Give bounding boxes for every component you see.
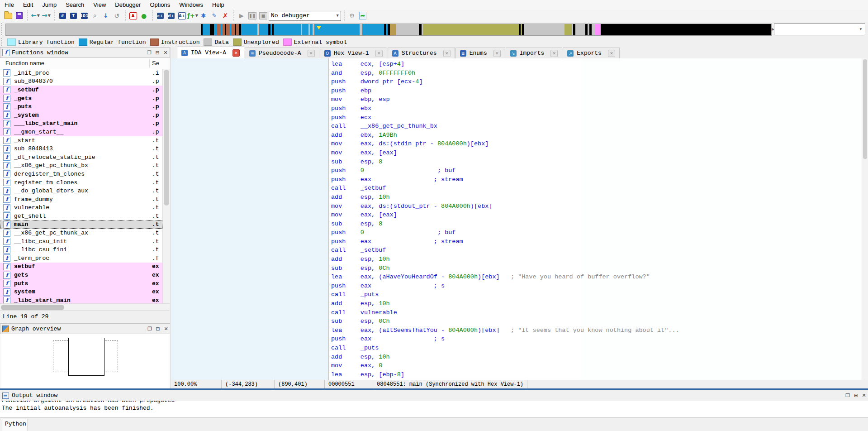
disassembly-line[interactable]: pusheax ; stream — [331, 175, 679, 184]
function-row-start[interactable]: f_start.t — [0, 136, 162, 145]
disassembly-line[interactable]: push0 ; buf — [331, 228, 679, 237]
function-row-deregister-tm-clones[interactable]: fderegister_tm_clones.t — [0, 170, 162, 178]
jump-target-combobox[interactable]: ▼ — [774, 23, 865, 35]
disassembly-line[interactable]: leaeax, (aItSeemsThatYou - 804A000h)[ebx… — [331, 326, 679, 335]
tab-imports[interactable]: ↘Imports✕ — [506, 48, 563, 58]
disassembly-line[interactable]: moveax, [eax] — [331, 148, 679, 158]
menu-item-file[interactable]: File — [0, 0, 19, 9]
disassembly-line[interactable]: call_puts — [331, 290, 679, 299]
disassembly-line[interactable]: push0 ; buf — [331, 166, 679, 175]
disassembly-line[interactable]: addebx, 1A9Bh — [331, 131, 679, 140]
disassembly-line[interactable]: call_setbuf — [331, 246, 679, 255]
function-row-main[interactable]: fmain.t — [0, 220, 162, 229]
graph-restore-button[interactable]: ❐ — [146, 325, 154, 332]
disassembly-line[interactable]: moveax, ds:(stdin_ptr - 804A000h)[ebx] — [331, 139, 679, 148]
tab-close-icon[interactable]: ✕ — [232, 49, 240, 57]
continue-process-button[interactable]: ➦ — [358, 11, 368, 20]
functions-restore-button[interactable]: ❐ — [145, 49, 153, 56]
disassembly-line[interactable]: moveax, ds:(stdout_ptr - 804A000h)[ebx] — [331, 202, 679, 211]
output-log[interactable]: Function argument information has been p… — [0, 401, 868, 417]
function-row-system[interactable]: fsystemex — [0, 287, 162, 296]
debugger-select[interactable]: No debugger ▼ — [269, 11, 341, 21]
navigation-band[interactable] — [5, 24, 772, 36]
function-row-libc-start-main[interactable]: f___libc_start_main.p — [0, 120, 162, 128]
function-row-x86-get-pc-thunk-ax[interactable]: f__x86_get_pc_thunk_ax.t — [0, 229, 162, 237]
debugger-stop-button[interactable]: ■ — [258, 11, 268, 20]
disassembly-line[interactable]: call_setbuf — [331, 184, 679, 193]
jump-xref-button[interactable]: ↺ — [112, 11, 122, 20]
view-vscroll-thumb[interactable] — [863, 59, 867, 159]
functions-column-header[interactable]: Function name Se — [0, 58, 170, 69]
debugger-pause-button[interactable]: ❚❚ — [247, 11, 257, 20]
make-function-button[interactable]: ƒ+▼ — [188, 11, 198, 20]
function-row-x86-get-pc-thunk-bx[interactable]: f__x86_get_pc_thunk_bx.t — [0, 162, 162, 170]
tab-close-icon[interactable]: ✕ — [550, 50, 558, 57]
function-row-sub-8048413[interactable]: fsub_8048413.t — [0, 144, 162, 153]
tab-close-icon[interactable]: ✕ — [375, 50, 383, 57]
disassembly-line[interactable]: moveax, 0 — [331, 361, 679, 370]
problems-button[interactable]: A — [128, 11, 138, 20]
tab-close-icon[interactable]: ✕ — [608, 50, 615, 57]
function-row-sub-8048370[interactable]: fsub_8048370.p — [0, 77, 162, 86]
function-row-setbuf[interactable]: f_setbuf.p — [0, 86, 162, 94]
function-row-do-global-dtors-aux[interactable]: f__do_global_dtors_aux.t — [0, 187, 162, 195]
disassembly-line[interactable]: call__x86_get_pc_thunk_bx — [331, 122, 679, 131]
tab-structures[interactable]: AStructures✕ — [388, 48, 455, 58]
search-again-button[interactable]: ⌕ — [90, 11, 100, 20]
disassembly-listing[interactable]: leaecx, [esp+4]andesp, 0FFFFFFF0hpushdwo… — [331, 60, 679, 379]
disassembly-line[interactable]: pusheax ; s — [331, 335, 679, 344]
vscroll-thumb[interactable] — [164, 70, 169, 206]
tab-pseudocode-a[interactable]: ≡Pseudocode-A✕ — [245, 48, 319, 58]
tab-hex-view-1[interactable]: OHex View-1✕ — [320, 48, 387, 58]
graph-overview-titlebar[interactable]: Graph overview ❐ ⊟ ✕ — [0, 323, 171, 334]
function-row-setbuf[interactable]: fsetbufex — [0, 263, 162, 271]
menu-item-search[interactable]: Search — [61, 0, 89, 9]
save-button[interactable] — [14, 11, 24, 20]
legend-drag-handle[interactable] — [1, 38, 5, 46]
disassembly-line[interactable]: addesp, 10h — [331, 299, 679, 308]
function-row-get-shell[interactable]: fget_shell.t — [0, 212, 162, 220]
function-row-gets[interactable]: fgetsex — [0, 271, 162, 279]
tab-close-icon[interactable]: ✕ — [493, 50, 501, 57]
make-code-button[interactable]: c+ — [155, 11, 165, 20]
ida-view-canvas[interactable]: leaecx, [esp+4]andesp, 0FFFFFFF0hpushdwo… — [171, 58, 868, 380]
navigate-forward-button[interactable]: →▼ — [41, 11, 51, 20]
disassembly-line[interactable]: addesp, 10h — [331, 255, 679, 264]
search-immediate-button[interactable]: # — [57, 11, 67, 20]
cli-language-button[interactable]: Python — [2, 419, 28, 431]
graph-float-button[interactable]: ⊟ — [154, 325, 162, 332]
undefine-button[interactable]: ✗ — [220, 11, 230, 20]
menu-item-debugger[interactable]: Debugger — [110, 0, 145, 9]
debugger-run-button[interactable]: ▶ — [237, 11, 247, 20]
search-sequence-button[interactable]: 101 — [79, 11, 89, 20]
disassembly-line[interactable]: movebp, esp — [331, 95, 679, 104]
disassembly-line[interactable]: subesp, 0Ch — [331, 264, 679, 273]
functions-float-button[interactable]: ⊟ — [153, 49, 161, 56]
function-row-vulnerable[interactable]: fvulnerable.t — [0, 204, 162, 212]
open-file-button[interactable] — [3, 11, 13, 20]
function-row-libc-csu-fini[interactable]: f__libc_csu_fini.t — [0, 245, 162, 254]
tab-close-icon[interactable]: ✕ — [308, 50, 315, 57]
disassembly-line[interactable]: pusheax ; stream — [331, 237, 679, 246]
disassembly-line[interactable]: addesp, 10h — [331, 193, 679, 202]
output-float-button[interactable]: ⊟ — [852, 392, 860, 399]
disassembly-line[interactable]: subesp, 8 — [331, 158, 679, 167]
menu-item-edit[interactable]: Edit — [19, 0, 38, 9]
output-close-button[interactable]: ✕ — [860, 392, 868, 399]
disassembly-line[interactable]: pusheax ; s — [331, 282, 679, 291]
disassembly-line[interactable]: pushecx — [331, 113, 679, 122]
functions-horizontal-scrollbar[interactable] — [0, 303, 170, 311]
output-restore-button[interactable]: ❐ — [844, 392, 852, 399]
disassembly-line[interactable]: addesp, 10h — [331, 353, 679, 362]
tab-close-icon[interactable]: ✕ — [443, 50, 451, 57]
functions-window-titlebar[interactable]: f Functions window ❐ ⊟ ✕ — [0, 47, 170, 58]
make-struct-button[interactable]: ✱ — [199, 11, 209, 20]
tab-exports[interactable]: ↗Exports✕ — [563, 48, 620, 58]
menu-item-help[interactable]: Help — [208, 0, 229, 9]
function-row-system[interactable]: f_system.p — [0, 111, 162, 120]
output-window-titlebar[interactable]: Output window ❐ ⊟ ✕ — [0, 390, 868, 401]
function-row-libc-csu-init[interactable]: f__libc_csu_init.t — [0, 237, 162, 246]
menu-item-options[interactable]: Options — [145, 0, 175, 9]
disassembly-line[interactable]: subesp, 0Ch — [331, 317, 679, 326]
edit-button[interactable]: ✎ — [209, 11, 219, 20]
